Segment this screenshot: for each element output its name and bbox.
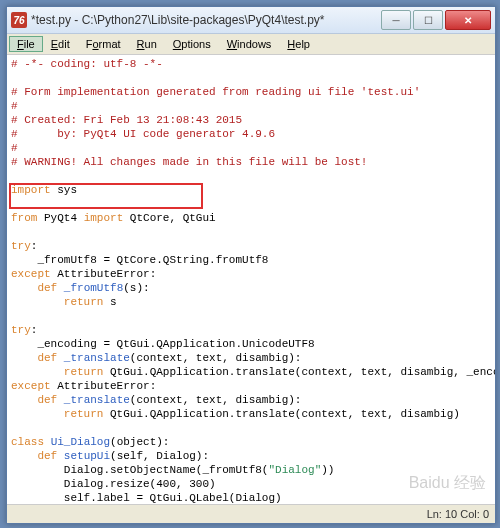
code-line: import sys (11, 183, 491, 197)
maximize-button[interactable]: ☐ (413, 10, 443, 30)
code-line: # Created: Fri Feb 13 21:08:43 2015 (11, 113, 491, 127)
menu-windows[interactable]: Windows (219, 36, 280, 52)
menu-edit[interactable]: Edit (43, 36, 78, 52)
window-controls: ─ ☐ ✕ (381, 10, 491, 30)
minimize-button[interactable]: ─ (381, 10, 411, 30)
code-line: _encoding = QtGui.QApplication.UnicodeUT… (11, 337, 491, 351)
menu-run[interactable]: Run (129, 36, 165, 52)
window-title: *test.py - C:\Python27\Lib\site-packages… (31, 13, 381, 27)
code-line (11, 225, 491, 239)
menu-format[interactable]: Format (78, 36, 129, 52)
code-line: _fromUtf8 = QtCore.QString.fromUtf8 (11, 253, 491, 267)
code-line: # Form implementation generated from rea… (11, 85, 491, 99)
code-line: def setupUi(self, Dialog): (11, 449, 491, 463)
code-line: # by: PyQt4 UI code generator 4.9.6 (11, 127, 491, 141)
app-icon: 76 (11, 12, 27, 28)
code-line (11, 197, 491, 211)
menu-file[interactable]: File (9, 36, 43, 52)
code-line: # (11, 141, 491, 155)
code-line: def _translate(context, text, disambig): (11, 393, 491, 407)
statusbar: Ln: 10 Col: 0 (7, 504, 495, 523)
code-line: try: (11, 239, 491, 253)
code-line: try: (11, 323, 491, 337)
code-line: Dialog.setObjectName(_fromUtf8("Dialog")… (11, 463, 491, 477)
code-line: except AttributeError: (11, 379, 491, 393)
menu-help[interactable]: Help (279, 36, 318, 52)
code-line (11, 169, 491, 183)
close-button[interactable]: ✕ (445, 10, 491, 30)
code-line: # -*- coding: utf-8 -*- (11, 57, 491, 71)
cursor-position: Ln: 10 Col: 0 (427, 508, 489, 520)
menubar: FileEditFormatRunOptionsWindowsHelp (7, 34, 495, 55)
code-line: from PyQt4 import QtCore, QtGui (11, 211, 491, 225)
code-line (11, 71, 491, 85)
code-line: # WARNING! All changes made in this file… (11, 155, 491, 169)
code-line (11, 309, 491, 323)
titlebar[interactable]: 76 *test.py - C:\Python27\Lib\site-packa… (7, 7, 495, 34)
code-editor[interactable]: # -*- coding: utf-8 -*- # Form implement… (7, 55, 495, 504)
code-line: self.label = QtGui.QLabel(Dialog) (11, 491, 491, 504)
code-line (11, 421, 491, 435)
code-line: return QtGui.QApplication.translate(cont… (11, 365, 491, 379)
code-line: Dialog.resize(400, 300) (11, 477, 491, 491)
code-line: class Ui_Dialog(object): (11, 435, 491, 449)
code-line: def _fromUtf8(s): (11, 281, 491, 295)
menu-options[interactable]: Options (165, 36, 219, 52)
code-line: return s (11, 295, 491, 309)
code-line: # (11, 99, 491, 113)
app-window: 76 *test.py - C:\Python27\Lib\site-packa… (6, 6, 496, 524)
code-line: def _translate(context, text, disambig): (11, 351, 491, 365)
code-line: except AttributeError: (11, 267, 491, 281)
code-line: return QtGui.QApplication.translate(cont… (11, 407, 491, 421)
